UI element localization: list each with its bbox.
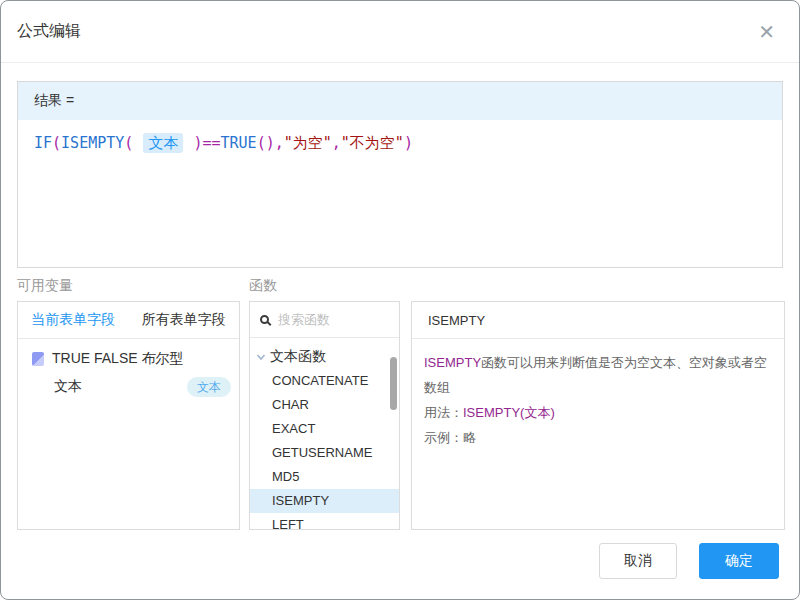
reference-text: 示例：略 bbox=[424, 430, 476, 445]
confirm-button[interactable]: 确定 bbox=[699, 543, 779, 579]
tab-all-form-fields[interactable]: 所有表单字段 bbox=[129, 302, 240, 338]
formula-token: ) bbox=[184, 134, 202, 152]
variables-list: TRUE FALSE 布尔型 文本 文本 bbox=[18, 339, 239, 401]
dialog-header: 公式编辑 ✕ bbox=[1, 1, 799, 63]
function-list-item[interactable]: GETUSERNAME bbox=[250, 441, 399, 465]
reference-text: 用法： bbox=[424, 405, 463, 420]
variables-section-label: 可用变量 bbox=[17, 277, 73, 295]
result-label: 结果 = bbox=[18, 82, 782, 120]
variable-item-bool[interactable]: TRUE FALSE 布尔型 bbox=[18, 345, 239, 373]
chevron-down-icon bbox=[256, 352, 266, 362]
variable-item-label: 文本 bbox=[54, 378, 82, 396]
tab-current-form-fields[interactable]: 当前表单字段 bbox=[18, 302, 129, 338]
formula-editor-dialog: 公式编辑 ✕ 结果 = IF(ISEMPTY( 文本 )==TRUE(),"为空… bbox=[0, 0, 800, 600]
formula-token: , bbox=[275, 134, 284, 152]
function-list-item[interactable]: MD5 bbox=[250, 465, 399, 489]
function-search-row bbox=[250, 302, 399, 338]
function-list-item[interactable]: LEFT bbox=[250, 513, 399, 530]
formula-field-token[interactable]: 文本 bbox=[143, 133, 183, 153]
function-list-item[interactable]: ISEMPTY bbox=[250, 489, 399, 513]
function-list-item[interactable]: EXACT bbox=[250, 417, 399, 441]
scrollbar-thumb[interactable] bbox=[390, 357, 397, 410]
formula-token: ( bbox=[124, 134, 142, 152]
close-icon[interactable]: ✕ bbox=[758, 22, 775, 42]
function-category-label: 文本函数 bbox=[270, 348, 326, 366]
formula-editor[interactable]: IF(ISEMPTY( 文本 )==TRUE(),"为空","不为空") bbox=[18, 120, 782, 166]
function-list-item[interactable]: CONCATENATE bbox=[250, 369, 399, 393]
form-field-icon bbox=[32, 352, 44, 366]
field-type-badge: 文本 bbox=[187, 377, 231, 397]
reference-line: 示例：略 bbox=[424, 425, 772, 450]
functions-panel: 文本函数 CONCATENATECHAREXACTGETUSERNAMEMD5I… bbox=[249, 301, 400, 530]
function-list-item[interactable]: CHAR bbox=[250, 393, 399, 417]
reference-highlight-text: ISEMPTY bbox=[424, 355, 481, 370]
formula-token: "为空" bbox=[284, 134, 332, 152]
formula-token: ( bbox=[52, 134, 61, 152]
variables-panel: 当前表单字段 所有表单字段 TRUE FALSE 布尔型 文本 文本 bbox=[17, 301, 240, 530]
reference-description: ISEMPTY函数可以用来判断值是否为空文本、空对象或者空数组用法：ISEMPT… bbox=[412, 339, 784, 461]
formula-token: ) bbox=[404, 134, 413, 152]
variable-item-text[interactable]: 文本 文本 bbox=[18, 373, 239, 401]
reference-line: 用法：ISEMPTY(文本) bbox=[424, 400, 772, 425]
formula-token: ISEMPTY bbox=[61, 134, 124, 152]
variables-tabs: 当前表单字段 所有表单字段 bbox=[18, 302, 239, 339]
formula-token: IF bbox=[34, 134, 52, 152]
reference-title: ISEMPTY bbox=[412, 302, 784, 339]
function-category-text[interactable]: 文本函数 bbox=[250, 344, 399, 369]
reference-highlight-text: ISEMPTY(文本) bbox=[463, 405, 555, 420]
function-reference-panel: ISEMPTY ISEMPTY函数可以用来判断值是否为空文本、空对象或者空数组用… bbox=[411, 301, 785, 530]
formula-token: , bbox=[332, 134, 341, 152]
formula-token: () bbox=[257, 134, 275, 152]
reference-line: ISEMPTY函数可以用来判断值是否为空文本、空对象或者空数组 bbox=[424, 350, 772, 400]
variable-item-label: TRUE FALSE 布尔型 bbox=[52, 350, 183, 368]
function-search-input[interactable] bbox=[278, 312, 389, 327]
formula-result-box: 结果 = IF(ISEMPTY( 文本 )==TRUE(),"为空","不为空"… bbox=[17, 81, 783, 268]
formula-token: "不为空" bbox=[341, 134, 404, 152]
functions-section-label: 函数 bbox=[249, 277, 277, 295]
formula-token: == bbox=[202, 134, 220, 152]
dialog-title: 公式编辑 bbox=[17, 21, 81, 42]
search-icon bbox=[260, 315, 269, 324]
formula-token: TRUE bbox=[221, 134, 257, 152]
function-list: CONCATENATECHAREXACTGETUSERNAMEMD5ISEMPT… bbox=[250, 369, 399, 530]
cancel-button[interactable]: 取消 bbox=[599, 543, 677, 579]
